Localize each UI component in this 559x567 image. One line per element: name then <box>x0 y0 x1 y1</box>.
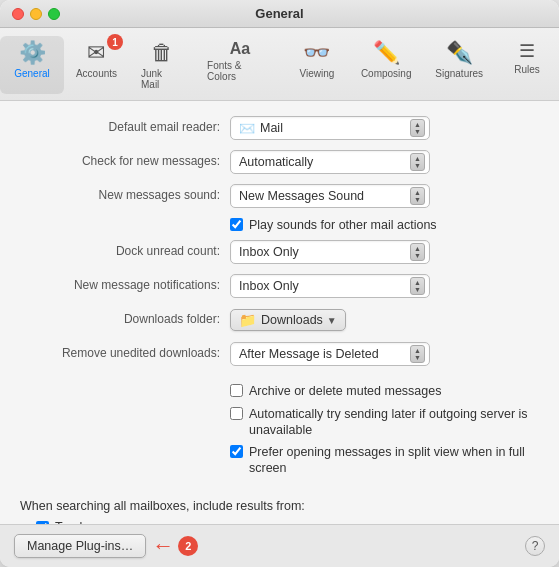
remove-unedited-downloads-control: After Message is Deleted ▲ ▼ <box>230 342 539 366</box>
check-new-messages-select[interactable]: Automatically ▲ ▼ <box>230 150 430 174</box>
split-view-label: Prefer opening messages in split view wh… <box>249 444 539 477</box>
folder-icon: 📁 <box>239 312 256 328</box>
bottom-bar: Manage Plug-ins… ← 2 ? <box>0 524 559 567</box>
maximize-button[interactable] <box>48 8 60 20</box>
play-sounds-row: Play sounds for other mail actions <box>20 217 539 233</box>
tab-composing[interactable]: ✏️ Composing <box>349 36 423 94</box>
composing-label: Composing <box>361 68 412 79</box>
viewing-label: Viewing <box>300 68 335 79</box>
minimize-button[interactable] <box>30 8 42 20</box>
remove-unedited-downloads-row: Remove unedited downloads: After Message… <box>20 341 539 367</box>
new-messages-sound-select[interactable]: New Messages Sound ▲ ▼ <box>230 184 430 208</box>
archive-checkbox[interactable] <box>230 384 243 397</box>
junk-mail-label: Junk Mail <box>141 68 183 90</box>
arrow-down-icon-3: ▼ <box>414 196 421 203</box>
split-view-checkbox[interactable] <box>230 445 243 458</box>
play-sounds-label: Play sounds for other mail actions <box>249 217 437 233</box>
arrow-down-icon-5: ▼ <box>414 286 421 293</box>
arrow-up-icon-2: ▲ <box>414 155 421 162</box>
help-button[interactable]: ? <box>525 536 545 556</box>
tab-accounts[interactable]: ✉ Accounts 1 <box>64 36 129 94</box>
play-sounds-area: Play sounds for other mail actions <box>230 217 539 233</box>
arrow-up-icon-3: ▲ <box>414 189 421 196</box>
new-message-notifications-value: Inbox Only <box>239 279 406 293</box>
tab-junk-mail[interactable]: 🗑 Junk Mail <box>129 36 195 94</box>
toolbar: ⚙️ General ✉ Accounts 1 🗑 Junk Mail Aa F… <box>0 28 559 101</box>
downloads-folder-control: 📁 Downloads ▼ <box>230 309 539 331</box>
tab-fonts-colors[interactable]: Aa Fonts & Colors <box>195 36 285 94</box>
downloads-folder-row: Downloads folder: 📁 Downloads ▼ <box>20 307 539 333</box>
dock-unread-count-select[interactable]: Inbox Only ▲ ▼ <box>230 240 430 264</box>
composing-icon: ✏️ <box>373 40 400 66</box>
fonts-colors-label: Fonts & Colors <box>207 60 273 82</box>
manage-plugins-button[interactable]: Manage Plug-ins… <box>14 534 146 558</box>
close-button[interactable] <box>12 8 24 20</box>
arrow-down-icon-2: ▼ <box>414 162 421 169</box>
select-arrows-4: ▲ ▼ <box>410 243 425 261</box>
dock-unread-count-row: Dock unread count: Inbox Only ▲ ▼ <box>20 239 539 265</box>
arrow-up-icon: ▲ <box>414 121 421 128</box>
remove-unedited-downloads-select[interactable]: After Message is Deleted ▲ ▼ <box>230 342 430 366</box>
arrow-down-icon-6: ▼ <box>414 354 421 361</box>
accounts-badge: 1 <box>107 34 123 50</box>
select-arrows: ▲ ▼ <box>410 119 425 137</box>
rules-label: Rules <box>514 64 540 75</box>
downloads-folder-label: Downloads folder: <box>20 312 230 328</box>
check-new-messages-label: Check for new messages: <box>20 154 230 170</box>
default-email-reader-control: ✉️ Mail ▲ ▼ <box>230 116 539 140</box>
junk-mail-icon: 🗑 <box>151 40 173 66</box>
split-view-checkbox-row: Prefer opening messages in split view wh… <box>20 444 539 477</box>
archive-label: Archive or delete muted messages <box>249 383 441 399</box>
tab-signatures[interactable]: ✒️ Signatures <box>423 36 495 94</box>
annotation-badge-2: 2 <box>178 536 198 556</box>
arrow-down-icon: ▼ <box>414 128 421 135</box>
downloads-folder-value: Downloads <box>261 313 323 327</box>
new-messages-sound-value: New Messages Sound <box>239 189 406 203</box>
default-email-reader-select[interactable]: ✉️ Mail ▲ ▼ <box>230 116 430 140</box>
auto-send-checkbox[interactable] <box>230 407 243 420</box>
new-messages-sound-row: New messages sound: New Messages Sound ▲… <box>20 183 539 209</box>
remove-unedited-downloads-label: Remove unedited downloads: <box>20 346 230 362</box>
play-sounds-checkbox[interactable] <box>230 218 243 231</box>
accounts-icon: ✉ <box>87 40 105 66</box>
search-section-header: When searching all mailboxes, include re… <box>20 499 539 513</box>
arrow-up-icon-6: ▲ <box>414 347 421 354</box>
arrow-annotation-2: ← <box>152 533 174 559</box>
arrow-down-icon-4: ▼ <box>414 252 421 259</box>
new-message-notifications-row: New message notifications: Inbox Only ▲ … <box>20 273 539 299</box>
manage-btn-container: Manage Plug-ins… ← 2 <box>14 533 198 559</box>
arrow-up-icon-5: ▲ <box>414 279 421 286</box>
dock-unread-count-label: Dock unread count: <box>20 244 230 260</box>
main-window: General ⚙️ General ✉ Accounts 1 🗑 Junk M… <box>0 0 559 567</box>
fonts-colors-icon: Aa <box>230 40 250 58</box>
select-arrows-5: ▲ ▼ <box>410 277 425 295</box>
arrow-up-icon-4: ▲ <box>414 245 421 252</box>
new-message-notifications-label: New message notifications: <box>20 278 230 294</box>
check-new-messages-control: Automatically ▲ ▼ <box>230 150 539 174</box>
tab-rules[interactable]: ☰ Rules <box>495 36 559 94</box>
new-message-notifications-select[interactable]: Inbox Only ▲ ▼ <box>230 274 430 298</box>
accounts-label: Accounts <box>76 68 117 79</box>
new-messages-sound-control: New Messages Sound ▲ ▼ <box>230 184 539 208</box>
default-email-reader-value: Mail <box>260 121 406 135</box>
select-arrows-6: ▲ ▼ <box>410 345 425 363</box>
check-new-messages-value: Automatically <box>239 155 406 169</box>
tab-general[interactable]: ⚙️ General <box>0 36 64 94</box>
mail-icon: ✉️ <box>239 121 255 136</box>
signatures-label: Signatures <box>435 68 483 79</box>
general-icon: ⚙️ <box>19 40 46 66</box>
select-arrows-3: ▲ ▼ <box>410 187 425 205</box>
auto-send-checkbox-row: Automatically try sending later if outgo… <box>20 406 539 439</box>
check-new-messages-row: Check for new messages: Automatically ▲ … <box>20 149 539 175</box>
chevron-down-icon: ▼ <box>327 315 337 326</box>
new-messages-sound-label: New messages sound: <box>20 188 230 204</box>
split-view-checkbox-area: Prefer opening messages in split view wh… <box>230 444 539 477</box>
default-email-reader-label: Default email reader: <box>20 120 230 136</box>
tab-viewing[interactable]: 👓 Viewing <box>285 36 349 94</box>
traffic-lights <box>12 8 60 20</box>
remove-unedited-downloads-value: After Message is Deleted <box>239 347 406 361</box>
downloads-folder-button[interactable]: 📁 Downloads ▼ <box>230 309 346 331</box>
titlebar: General <box>0 0 559 28</box>
select-arrows-2: ▲ ▼ <box>410 153 425 171</box>
default-email-reader-row: Default email reader: ✉️ Mail ▲ ▼ <box>20 115 539 141</box>
